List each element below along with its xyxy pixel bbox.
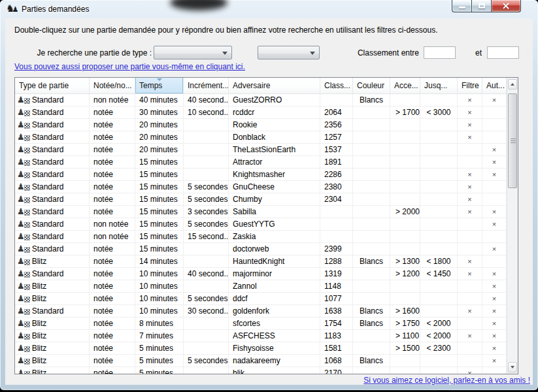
tell-your-friends-link[interactable]: Si vous aimez ce logiciel, parlez-en à v…	[363, 376, 530, 385]
table-row[interactable]: ♟Standardnotée15 minutes5 secondesChumby…	[15, 193, 507, 206]
table-row[interactable]: ♟Standardnon notée40 minutes40 second...…	[15, 94, 507, 106]
chess-pawn-board-icon: ♟	[17, 170, 30, 179]
column-header-increment[interactable]: Incrément...	[184, 78, 229, 93]
cell-type: ♟Standard	[15, 181, 90, 193]
cell-rating: 1891	[320, 156, 353, 169]
pawn-glyph: ♟	[12, 5, 18, 13]
cell-rating: 1183	[320, 330, 353, 342]
cell-rated: notée	[90, 131, 135, 144]
cell-color	[353, 193, 390, 206]
cell-auto: ×	[482, 144, 507, 156]
scrollbar-thumb[interactable]	[508, 93, 517, 188]
column-header-rating[interactable]: Class...	[320, 78, 353, 93]
chess-pawn-board-icon: ♟	[17, 244, 30, 253]
table-row[interactable]: ♟Standardnotée20 minutesTheLastSionEarth…	[15, 144, 507, 156]
game-type-select[interactable]	[154, 46, 232, 59]
table-row[interactable]: ♟Standardnotée15 minutes3 secondesSabill…	[15, 206, 507, 218]
cell-rating: 2399	[320, 243, 353, 255]
cell-auto: ×	[482, 330, 507, 342]
scroll-up-button[interactable]	[508, 79, 517, 90]
cell-time: 40 minutes	[135, 94, 184, 106]
rating-max-input[interactable]	[487, 46, 519, 59]
minimize-button[interactable]	[452, 0, 471, 12]
column-header-auto[interactable]: Aut...	[482, 78, 507, 93]
cell-color	[353, 268, 390, 280]
table-row[interactable]: ♟Standardnotée10 minutes30 second...gold…	[15, 305, 507, 318]
cell-opponent: Donblack	[229, 131, 320, 144]
close-button[interactable]	[491, 0, 521, 12]
column-header-accept[interactable]: Acce...	[390, 78, 420, 93]
cell-time: 15 minutes	[135, 231, 184, 243]
cell-rated: notée	[90, 144, 135, 156]
table-row[interactable]: ♟Blitznotée5 minutesblik2170×	[15, 367, 507, 374]
cell-filter	[458, 318, 482, 330]
propose-game-link[interactable]: Vous pouvez aussi proposer une partie vo…	[14, 62, 245, 71]
cell-filter: ×	[458, 94, 482, 106]
cell-color	[353, 119, 390, 131]
table-row[interactable]: ♟Standardnotée30 minutes10 second...rcdd…	[15, 106, 507, 119]
cell-accept	[390, 367, 420, 374]
table-row[interactable]: ♟Blitznotée5 minutes5 secondesnadakareem…	[15, 355, 507, 367]
rating-min-input[interactable]	[424, 46, 456, 59]
column-header-type[interactable]: Type de partie	[15, 78, 90, 93]
cell-time: 10 minutes	[135, 305, 184, 318]
cell-accept: > 1750	[390, 318, 420, 330]
table-row[interactable]: ♟Blitznotée10 minutesZannol1148×	[15, 280, 507, 293]
cell-type: ♟Standard	[15, 94, 90, 106]
cell-accept	[390, 355, 420, 367]
column-header-opponent[interactable]: Adversaire	[229, 78, 320, 93]
cell-rated: notée	[90, 119, 135, 131]
chess-pawn-board-icon: ♟	[17, 368, 30, 374]
chess-pawn-board-icon: ♟	[17, 257, 30, 266]
column-header-rated[interactable]: Notée/no...	[90, 78, 135, 93]
close-icon	[502, 2, 510, 10]
cell-auto: ×	[482, 169, 507, 181]
dialog-body: Double-cliquez sur une partie demandée p…	[5, 18, 533, 385]
chess-pawn-board-icon: ♟	[17, 157, 30, 167]
table-row[interactable]: ♟Standardnotée15 minutesAttractor1891×	[15, 156, 507, 169]
table-row[interactable]: ♟Standardnotée20 minutesDonblack1257×	[15, 131, 507, 144]
column-header-filter[interactable]: Filtre	[458, 78, 482, 93]
cell-filter	[458, 280, 482, 293]
cell-opponent: Attractor	[229, 156, 320, 169]
cell-type: ♟Standard	[15, 305, 90, 318]
chess-pawn-board-icon: ♟	[17, 95, 30, 105]
table-row[interactable]: ♟Standardnotée10 minutes40 second...majo…	[15, 268, 507, 280]
table-row[interactable]: ♟Standardnotée15 minutesKnightsmasher228…	[15, 169, 507, 181]
cell-type: ♟Blitz	[15, 342, 90, 355]
game-subtype-select[interactable]	[258, 46, 320, 59]
titlebar[interactable]: ♞♟ Parties demandées	[0, 0, 538, 18]
table-row[interactable]: ♟Standardnotée15 minutesdoctorweb2399×	[15, 243, 507, 255]
cell-increment: 15 second...	[184, 231, 229, 243]
cell-time: 20 minutes	[135, 144, 184, 156]
rating-and-label: et	[475, 48, 482, 57]
dialog-window: ♞♟ Parties demandées Double-cliquez sur …	[0, 0, 538, 390]
maximize-button[interactable]	[471, 0, 491, 12]
table-row[interactable]: ♟Standardnon notée15 minutes15 second...…	[15, 231, 507, 243]
cell-auto: ×	[482, 318, 507, 330]
rating-range-label: Classement entre	[332, 48, 419, 57]
table-row[interactable]: ♟Standardnon notée15 minutes5 secondesGu…	[15, 218, 507, 231]
cell-opponent: doctorweb	[229, 243, 320, 255]
table-row[interactable]: ♟Blitznotée10 minutes5 secondesddcf1077×	[15, 293, 507, 305]
table-row[interactable]: ♟Blitznotée8 minutessfcortes1754Blancs> …	[15, 318, 507, 330]
table-row[interactable]: ♟Blitznotée5 minutesFishysoisse1581> 150…	[15, 342, 507, 355]
cell-rating: 1068	[320, 355, 353, 367]
column-header-color[interactable]: Couleur	[353, 78, 390, 93]
cell-filter	[458, 144, 482, 156]
cell-opponent: nadakareemy	[229, 355, 320, 367]
vertical-scrollbar[interactable]	[507, 78, 518, 374]
table-row[interactable]: ♟Standardnotée20 minutesRookie2356×	[15, 119, 507, 131]
cell-type: ♟Standard	[15, 131, 90, 144]
cell-color: Blancs	[353, 94, 390, 106]
cell-rating: 2380	[320, 181, 353, 193]
table-row[interactable]: ♟Blitznotée7 minutesASFCHESS1183> 1100< …	[15, 330, 507, 342]
table-row[interactable]: ♟Standardnotée15 minutes5 secondesGnuChe…	[15, 181, 507, 193]
cell-auto	[482, 255, 507, 268]
scroll-down-button[interactable]	[508, 362, 517, 372]
cell-time: 5 minutes	[135, 342, 184, 355]
table-row[interactable]: ♟Blitznotée14 minutesHauntedKnight1288Bl…	[15, 255, 507, 268]
cell-increment	[184, 280, 229, 293]
column-header-until[interactable]: Jusq...	[420, 78, 458, 93]
column-header-time[interactable]: Temps	[135, 78, 184, 93]
